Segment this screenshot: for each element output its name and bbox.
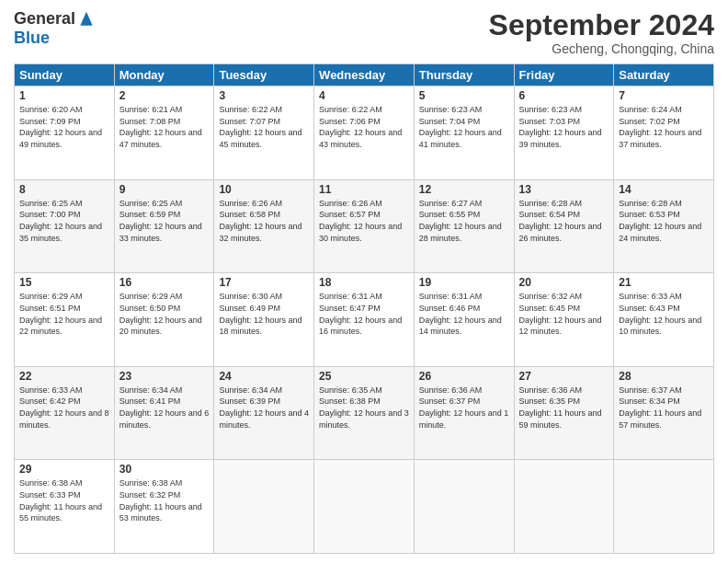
- day-number: 29: [19, 463, 109, 476]
- day-number: 19: [419, 276, 509, 289]
- calendar-day-header: Sunday: [15, 64, 115, 86]
- logo-icon: [77, 10, 96, 29]
- cell-content: Sunrise: 6:38 AM Sunset: 6:32 PM Dayligh…: [119, 477, 210, 523]
- cell-content: Sunrise: 6:35 AM Sunset: 6:38 PM Dayligh…: [319, 385, 409, 431]
- calendar-cell: 3 Sunrise: 6:22 AM Sunset: 7:07 PM Dayli…: [214, 86, 314, 180]
- day-number: 23: [119, 370, 210, 383]
- calendar-cell: [614, 460, 714, 554]
- cell-content: Sunrise: 6:27 AM Sunset: 6:55 PM Dayligh…: [419, 198, 509, 244]
- calendar-cell: 24 Sunrise: 6:34 AM Sunset: 6:39 PM Dayl…: [214, 366, 314, 460]
- calendar-week-row: 8 Sunrise: 6:25 AM Sunset: 7:00 PM Dayli…: [15, 179, 714, 273]
- day-number: 6: [519, 89, 609, 102]
- day-number: 15: [19, 276, 109, 289]
- cell-content: Sunrise: 6:31 AM Sunset: 6:47 PM Dayligh…: [319, 291, 409, 337]
- cell-content: Sunrise: 6:29 AM Sunset: 6:50 PM Dayligh…: [119, 291, 210, 337]
- calendar-cell: 25 Sunrise: 6:35 AM Sunset: 6:38 PM Dayl…: [314, 366, 415, 460]
- calendar-cell: 27 Sunrise: 6:36 AM Sunset: 6:35 PM Dayl…: [514, 366, 614, 460]
- calendar-day-header: Wednesday: [314, 64, 415, 86]
- calendar-week-row: 15 Sunrise: 6:29 AM Sunset: 6:51 PM Dayl…: [15, 273, 714, 367]
- calendar-cell: 20 Sunrise: 6:32 AM Sunset: 6:45 PM Dayl…: [514, 273, 614, 367]
- calendar-cell: 6 Sunrise: 6:23 AM Sunset: 7:03 PM Dayli…: [514, 86, 614, 180]
- cell-content: Sunrise: 6:37 AM Sunset: 6:34 PM Dayligh…: [619, 385, 709, 431]
- calendar-cell: [314, 460, 415, 554]
- day-number: 10: [219, 183, 309, 196]
- cell-content: Sunrise: 6:24 AM Sunset: 7:02 PM Dayligh…: [619, 104, 709, 150]
- calendar-cell: 23 Sunrise: 6:34 AM Sunset: 6:41 PM Dayl…: [114, 366, 214, 460]
- logo: General Blue: [14, 9, 96, 48]
- day-number: 21: [619, 276, 709, 289]
- day-number: 12: [419, 183, 509, 196]
- day-number: 18: [319, 276, 409, 289]
- calendar-cell: [514, 460, 614, 554]
- day-number: 3: [219, 89, 309, 102]
- cell-content: Sunrise: 6:33 AM Sunset: 6:43 PM Dayligh…: [619, 291, 709, 337]
- calendar-cell: 14 Sunrise: 6:28 AM Sunset: 6:53 PM Dayl…: [614, 179, 714, 273]
- calendar-day-header: Tuesday: [214, 64, 314, 86]
- month-title: September 2024: [489, 9, 714, 41]
- cell-content: Sunrise: 6:34 AM Sunset: 6:41 PM Dayligh…: [119, 385, 210, 431]
- day-number: 2: [119, 89, 210, 102]
- calendar-cell: 4 Sunrise: 6:22 AM Sunset: 7:06 PM Dayli…: [314, 86, 415, 180]
- calendar-cell: 8 Sunrise: 6:25 AM Sunset: 7:00 PM Dayli…: [15, 179, 115, 273]
- day-number: 11: [319, 183, 409, 196]
- day-number: 24: [219, 370, 309, 383]
- calendar-cell: 16 Sunrise: 6:29 AM Sunset: 6:50 PM Dayl…: [114, 273, 214, 367]
- calendar-cell: 17 Sunrise: 6:30 AM Sunset: 6:49 PM Dayl…: [214, 273, 314, 367]
- calendar-cell: 26 Sunrise: 6:36 AM Sunset: 6:37 PM Dayl…: [414, 366, 514, 460]
- cell-content: Sunrise: 6:32 AM Sunset: 6:45 PM Dayligh…: [519, 291, 609, 337]
- calendar-week-row: 22 Sunrise: 6:33 AM Sunset: 6:42 PM Dayl…: [15, 366, 714, 460]
- day-number: 25: [319, 370, 409, 383]
- calendar-day-header: Thursday: [414, 64, 514, 86]
- day-number: 26: [419, 370, 509, 383]
- calendar-cell: 30 Sunrise: 6:38 AM Sunset: 6:32 PM Dayl…: [114, 460, 214, 554]
- day-number: 30: [119, 463, 210, 476]
- calendar-week-row: 29 Sunrise: 6:38 AM Sunset: 6:33 PM Dayl…: [15, 460, 714, 554]
- header: General Blue September 2024 Gecheng, Cho…: [14, 9, 714, 56]
- cell-content: Sunrise: 6:22 AM Sunset: 7:06 PM Dayligh…: [319, 104, 409, 150]
- calendar-day-header: Monday: [114, 64, 214, 86]
- day-number: 4: [319, 89, 409, 102]
- calendar-cell: 9 Sunrise: 6:25 AM Sunset: 6:59 PM Dayli…: [114, 179, 214, 273]
- calendar-cell: 13 Sunrise: 6:28 AM Sunset: 6:54 PM Dayl…: [514, 179, 614, 273]
- day-number: 5: [419, 89, 509, 102]
- cell-content: Sunrise: 6:31 AM Sunset: 6:46 PM Dayligh…: [419, 291, 509, 337]
- calendar-cell: 10 Sunrise: 6:26 AM Sunset: 6:58 PM Dayl…: [214, 179, 314, 273]
- cell-content: Sunrise: 6:22 AM Sunset: 7:07 PM Dayligh…: [219, 104, 309, 150]
- day-number: 8: [19, 183, 109, 196]
- page: General Blue September 2024 Gecheng, Cho…: [0, 0, 728, 563]
- day-number: 7: [619, 89, 709, 102]
- calendar-cell: 18 Sunrise: 6:31 AM Sunset: 6:47 PM Dayl…: [314, 273, 415, 367]
- cell-content: Sunrise: 6:28 AM Sunset: 6:54 PM Dayligh…: [519, 198, 609, 244]
- cell-content: Sunrise: 6:36 AM Sunset: 6:37 PM Dayligh…: [419, 385, 509, 431]
- day-number: 13: [519, 183, 609, 196]
- calendar-cell: 28 Sunrise: 6:37 AM Sunset: 6:34 PM Dayl…: [614, 366, 714, 460]
- cell-content: Sunrise: 6:25 AM Sunset: 7:00 PM Dayligh…: [19, 198, 109, 244]
- day-number: 1: [19, 89, 109, 102]
- calendar-cell: 29 Sunrise: 6:38 AM Sunset: 6:33 PM Dayl…: [15, 460, 115, 554]
- calendar-cell: 21 Sunrise: 6:33 AM Sunset: 6:43 PM Dayl…: [614, 273, 714, 367]
- cell-content: Sunrise: 6:23 AM Sunset: 7:04 PM Dayligh…: [419, 104, 509, 150]
- calendar-table: SundayMondayTuesdayWednesdayThursdayFrid…: [14, 63, 714, 554]
- calendar-week-row: 1 Sunrise: 6:20 AM Sunset: 7:09 PM Dayli…: [15, 86, 714, 180]
- cell-content: Sunrise: 6:25 AM Sunset: 6:59 PM Dayligh…: [119, 198, 210, 244]
- title-block: September 2024 Gecheng, Chongqing, China: [489, 9, 714, 56]
- calendar-cell: 7 Sunrise: 6:24 AM Sunset: 7:02 PM Dayli…: [614, 86, 714, 180]
- calendar-cell: [414, 460, 514, 554]
- day-number: 14: [619, 183, 709, 196]
- calendar-cell: 15 Sunrise: 6:29 AM Sunset: 6:51 PM Dayl…: [15, 273, 115, 367]
- cell-content: Sunrise: 6:26 AM Sunset: 6:57 PM Dayligh…: [319, 198, 409, 244]
- calendar-day-header: Saturday: [614, 64, 714, 86]
- svg-marker-0: [80, 11, 92, 25]
- cell-content: Sunrise: 6:23 AM Sunset: 7:03 PM Dayligh…: [519, 104, 609, 150]
- calendar-cell: 12 Sunrise: 6:27 AM Sunset: 6:55 PM Dayl…: [414, 179, 514, 273]
- day-number: 27: [519, 370, 609, 383]
- calendar-cell: 11 Sunrise: 6:26 AM Sunset: 6:57 PM Dayl…: [314, 179, 415, 273]
- calendar-header-row: SundayMondayTuesdayWednesdayThursdayFrid…: [15, 64, 714, 86]
- cell-content: Sunrise: 6:28 AM Sunset: 6:53 PM Dayligh…: [619, 198, 709, 244]
- logo-blue-text: Blue: [14, 29, 50, 48]
- cell-content: Sunrise: 6:21 AM Sunset: 7:08 PM Dayligh…: [119, 104, 210, 150]
- calendar-cell: 2 Sunrise: 6:21 AM Sunset: 7:08 PM Dayli…: [114, 86, 214, 180]
- cell-content: Sunrise: 6:29 AM Sunset: 6:51 PM Dayligh…: [19, 291, 109, 337]
- location: Gecheng, Chongqing, China: [489, 41, 714, 56]
- cell-content: Sunrise: 6:20 AM Sunset: 7:09 PM Dayligh…: [19, 104, 109, 150]
